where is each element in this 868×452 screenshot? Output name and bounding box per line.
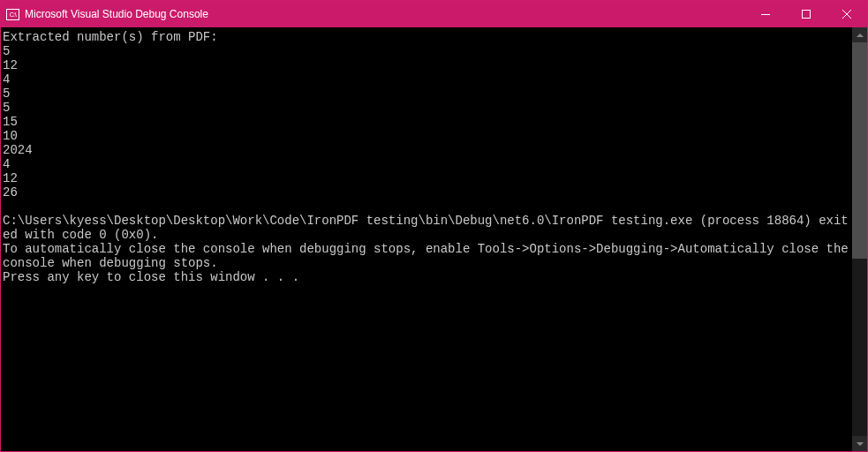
output-header: Extracted number(s) from PDF: <box>3 30 218 44</box>
scroll-track[interactable] <box>852 42 867 436</box>
scroll-thumb[interactable] <box>852 42 867 259</box>
content-area: Extracted number(s) from PDF: 5 12 4 5 5… <box>1 27 867 451</box>
console-icon: C:\ <box>6 9 19 20</box>
window: C:\ Microsoft Visual Studio Debug Consol… <box>0 0 868 452</box>
svg-rect-1 <box>803 11 811 19</box>
svg-marker-4 <box>857 34 864 37</box>
titlebar-left: C:\ Microsoft Visual Studio Debug Consol… <box>1 8 208 20</box>
output-exit-line: C:\Users\kyess\Desktop\Desktop\Work\Code… <box>3 214 849 242</box>
console-output: Extracted number(s) from PDF: 5 12 4 5 5… <box>1 27 852 451</box>
scroll-down-button[interactable] <box>852 436 867 451</box>
svg-marker-5 <box>857 442 864 446</box>
output-number: 4 <box>3 157 10 171</box>
output-number: 2024 <box>3 143 33 157</box>
output-number: 4 <box>3 72 10 87</box>
window-title: Microsoft Visual Studio Debug Console <box>25 8 208 20</box>
output-number: 5 <box>3 87 10 101</box>
scroll-up-button[interactable] <box>852 27 867 42</box>
close-button[interactable] <box>826 1 867 27</box>
output-autoclose-line: To automatically close the console when … <box>3 242 852 270</box>
output-number: 5 <box>3 101 10 115</box>
output-number: 15 <box>3 115 18 129</box>
output-number: 12 <box>3 171 18 185</box>
output-number: 5 <box>3 44 10 58</box>
output-number: 26 <box>3 185 18 200</box>
minimize-button[interactable] <box>745 1 786 27</box>
output-presskey-line: Press any key to close this window . . . <box>3 270 299 284</box>
titlebar-controls <box>745 1 867 27</box>
output-number: 12 <box>3 58 18 72</box>
svg-rect-0 <box>761 14 770 15</box>
output-number: 10 <box>3 129 18 143</box>
vertical-scrollbar[interactable] <box>852 27 867 451</box>
titlebar[interactable]: C:\ Microsoft Visual Studio Debug Consol… <box>1 1 867 27</box>
maximize-button[interactable] <box>786 1 826 27</box>
